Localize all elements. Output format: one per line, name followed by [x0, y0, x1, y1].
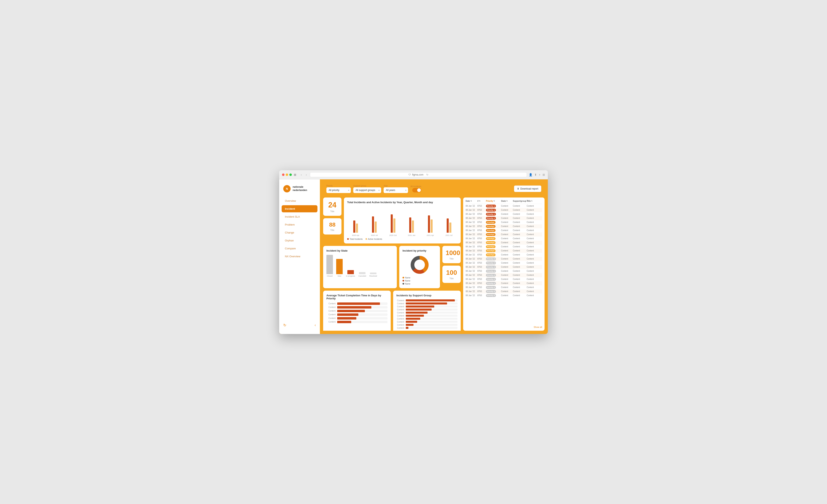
logo-text: nationale nederlanden	[293, 186, 307, 192]
table-row-11[interactable]: 08 Jan '228763Priority3ContentContentCon…	[466, 249, 542, 253]
completion-bars: ContentContentContentContentContentConte…	[327, 302, 387, 323]
table-row-2[interactable]: 08 Jan '228763Priority 1ContentContentCo…	[466, 212, 542, 216]
browser-actions: 👤 ⬆ + ⊞	[529, 173, 545, 177]
refresh-icon[interactable]: ↻	[283, 323, 286, 327]
support-fill-5	[406, 315, 424, 317]
td-td-state-21: Content	[501, 290, 512, 293]
state-chart-bars: ClosedNewIn progressCanceledResolved	[327, 255, 394, 277]
sidebar-item-problem[interactable]: Problem	[282, 221, 318, 228]
sidebar-item-overview[interactable]: Overview	[282, 197, 318, 204]
td-td-num-21: 8763	[477, 290, 485, 293]
show-all-link[interactable]: Show all	[466, 326, 542, 328]
table-row-8[interactable]: 08 Jan '228763Priority3ContentContentCon…	[466, 237, 542, 241]
sidebar-item-orphan[interactable]: Orphan	[282, 237, 318, 244]
completion-fill-1	[337, 306, 371, 309]
sidebar-item-incident[interactable]: Incident	[282, 205, 318, 212]
table-row-18[interactable]: 08 Jan '228763Priority 4ContentContentCo…	[466, 277, 542, 281]
table-row-12[interactable]: 08 Jan '228763Priority3ContentContentCon…	[466, 253, 542, 257]
forward-button[interactable]: ›	[305, 173, 308, 177]
sidebar-item-incident-sla[interactable]: Incident SLA	[282, 213, 318, 220]
td-td-date-18: 08 Jan '22	[466, 278, 476, 280]
support-row-6: Content	[396, 318, 457, 320]
collapse-icon[interactable]: ‹	[314, 323, 316, 327]
priority-select[interactable]: All priority Priority 1 Priority 2 Prior…	[327, 187, 351, 193]
support-track-9	[406, 327, 457, 329]
table-row-14[interactable]: 08 Jan '228763Priority 4ContentContentCo…	[466, 261, 542, 265]
th-state[interactable]: State ⇅	[501, 200, 512, 202]
th-support[interactable]: Supportgroup ⇅	[513, 200, 525, 202]
table-row-6[interactable]: 08 Jan '228763Priority2ContentContentCon…	[466, 229, 542, 233]
table-row-3[interactable]: 08 Jan '228763Priority 1ContentContentCo…	[466, 216, 542, 220]
th-num[interactable]: # ⇅	[477, 200, 485, 202]
maximize-button[interactable]	[289, 173, 292, 176]
support-row-1: Content	[396, 302, 457, 305]
td-td-num-13: 8763	[477, 258, 485, 260]
th-title[interactable]: Title ⇅	[527, 200, 536, 202]
incidents-toggle[interactable]	[412, 188, 421, 192]
td-td-date-7: 08 Jan '22	[466, 233, 476, 236]
completion-chart-title: Average Ticket Completion Time in Days b…	[327, 294, 387, 300]
back-button[interactable]: ‹	[299, 173, 303, 177]
sort-num-icon: ⇅	[479, 200, 480, 202]
plus-icon[interactable]: +	[539, 173, 540, 177]
td-td-support-18: Content	[513, 278, 525, 280]
table-row-5[interactable]: 08 Jan '228763Priority2ContentContentCon…	[466, 224, 542, 229]
completion-label-3: Content	[327, 313, 336, 316]
account-icon[interactable]: 👤	[529, 173, 532, 177]
td-td-num-8: 8763	[477, 237, 485, 240]
sidebar-item-nx-overview[interactable]: NX Overview	[282, 253, 318, 260]
td-td-state-2: Content	[501, 213, 512, 215]
table-row-17[interactable]: 08 Jan '228763Priority 4ContentContentCo…	[466, 273, 542, 277]
table-row-7[interactable]: 08 Jan '228763Priority2ContentContentCon…	[466, 233, 542, 237]
support-row-3: Content	[396, 309, 457, 311]
th-date[interactable]: Date ⇅	[466, 200, 476, 202]
sidebar-item-compare[interactable]: Compare	[282, 245, 318, 252]
completion-track-5	[337, 321, 387, 323]
td-td-title-14: Content	[527, 262, 536, 264]
table-row-15[interactable]: 08 Jan '228763Priority 4ContentContentCo…	[466, 265, 542, 269]
td-td-num-1: 8763	[477, 209, 485, 211]
table-row-16[interactable]: 08 Jan '228763Priority 4ContentContentCo…	[466, 269, 542, 273]
donut-label-2: Name	[405, 280, 410, 282]
td-td-num-19: 8763	[477, 282, 485, 284]
share-icon[interactable]: ⬆	[534, 173, 537, 177]
priority-badge-9: Priority3	[486, 241, 495, 244]
priority-badge-14: Priority 4	[486, 261, 496, 264]
logo-initials: N	[286, 187, 288, 190]
table-row-1[interactable]: 08 Jan '228763Priority 1ContentContentCo…	[466, 208, 542, 212]
table-row-0[interactable]: 08 Jan '228763Priority 1ContentContentCo…	[466, 204, 542, 208]
completion-fill-2	[337, 310, 365, 312]
support-track-5	[406, 315, 457, 317]
td-td-date-1: 08 Jan '22	[466, 209, 476, 211]
download-button[interactable]: ⬇ Download report	[514, 186, 541, 192]
table-row-9[interactable]: 08 Jan '228763Priority3ContentContentCon…	[466, 241, 542, 245]
address-bar[interactable]: 🛡 figma.com ↻	[310, 172, 527, 177]
td-td-state-22: Content	[501, 294, 512, 297]
table-row-19[interactable]: 08 Jan '228763Priority 4ContentContentCo…	[466, 281, 542, 285]
tabs-icon[interactable]: ⊞	[542, 173, 545, 177]
table-row-13[interactable]: 08 Jan '228763Priority 4ContentContentCo…	[466, 257, 542, 261]
stat-4-number: 100	[446, 269, 457, 276]
table-row-22[interactable]: 08 Jan '228763Priority 4ContentContentCo…	[466, 294, 542, 298]
td-td-title-1: Content	[527, 209, 536, 211]
td-td-title-19: Content	[527, 282, 536, 284]
table-row-20[interactable]: 08 Jan '228763Priority 4ContentContentCo…	[466, 285, 542, 290]
close-button[interactable]	[282, 173, 285, 176]
th-priority[interactable]: Priority ⇅	[486, 200, 500, 202]
table-row-4[interactable]: 08 Jan '228763Priority2ContentContentCon…	[466, 220, 542, 224]
table-row-10[interactable]: 08 Jan '228763Priority3ContentContentCon…	[466, 245, 542, 249]
priority-filter: Priority All priority Priority 1 Priorit…	[327, 185, 351, 193]
state-bar-4	[370, 272, 377, 274]
td-td-num-7: 8763	[477, 233, 485, 236]
support-select[interactable]: All support groups	[353, 187, 381, 193]
priority-badge-21: Priority 4	[486, 290, 496, 293]
support-row-4: Content	[396, 312, 457, 314]
reload-icon: ↻	[426, 173, 428, 176]
total-bar-1	[372, 216, 374, 233]
sidebar-item-change[interactable]: Change	[282, 229, 318, 236]
td-td-date-4: 08 Jan '22	[466, 221, 476, 223]
year-select[interactable]: All years 2020 2021 2022	[384, 187, 408, 193]
minimize-button[interactable]	[286, 173, 288, 176]
table-row-21[interactable]: 08 Jan '228763Priority 4ContentContentCo…	[466, 290, 542, 294]
legend-total: Total Incidents	[347, 238, 362, 240]
